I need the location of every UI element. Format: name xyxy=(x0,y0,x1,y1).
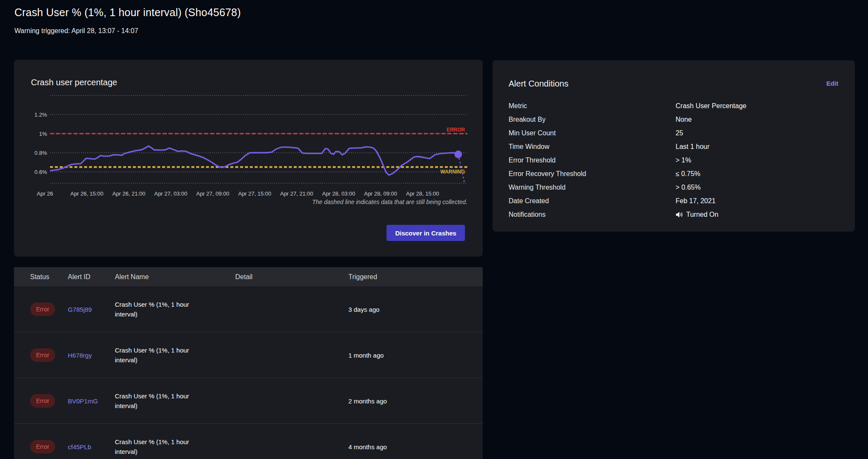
alert-triggered: 3 days ago xyxy=(348,305,379,313)
column-header-alert-id: Alert ID xyxy=(68,267,90,286)
condition-value: None xyxy=(676,116,692,123)
status-badge: Error xyxy=(30,348,55,362)
condition-value: ≤ 0.75% xyxy=(676,170,701,178)
condition-row: Time WindowLast 1 hour xyxy=(509,140,839,154)
chart-note: The dashed line indicates data that are … xyxy=(312,199,467,205)
y-axis-label: 1.2% xyxy=(34,112,47,118)
condition-label: Min User Count xyxy=(509,129,676,137)
status-badge: Error xyxy=(30,302,55,316)
condition-value: Crash User Percentage xyxy=(676,102,746,110)
x-axis-label: Apr 27, 15:00 xyxy=(238,190,271,197)
condition-row: Warning Threshold> 0.65% xyxy=(509,181,839,194)
alert-row: Error BV0P1mG Crash User % (1%, 1 hour i… xyxy=(14,378,483,424)
alert-id-link[interactable]: G785j89 xyxy=(68,305,92,313)
alert-triggered: 1 month ago xyxy=(348,351,384,358)
condition-row: Error Recovery Threshold≤ 0.75% xyxy=(509,167,839,181)
alert-name: Crash User % (1%, 1 hour interval) xyxy=(115,345,196,365)
condition-row: Date CreatedFeb 17, 2021 xyxy=(509,194,839,208)
condition-value: Turned On xyxy=(676,211,718,218)
x-axis-label: Apr 28, 03:00 xyxy=(322,190,355,197)
x-axis-label: Apr 27, 21:00 xyxy=(280,190,313,197)
condition-row: Error Threshold> 1% xyxy=(509,154,839,167)
alert-conditions-title: Alert Conditions xyxy=(509,79,568,89)
condition-value: Last 1 hour xyxy=(676,143,709,151)
alert-row: Error H678rgy Crash User % (1%, 1 hour i… xyxy=(14,332,483,378)
condition-label: Error Recovery Threshold xyxy=(509,170,676,178)
condition-row: MetricCrash User Percentage xyxy=(509,99,839,113)
status-badge: Error xyxy=(30,440,55,453)
alert-name: Crash User % (1%, 1 hour interval) xyxy=(115,391,196,411)
edit-link[interactable]: Edit xyxy=(826,80,838,87)
alert-conditions-list: MetricCrash User Percentage Breakout ByN… xyxy=(509,99,839,221)
column-header-detail: Detail xyxy=(235,267,253,286)
column-header-alert-name: Alert Name xyxy=(115,267,149,286)
y-axis-label: 0.6% xyxy=(34,169,47,175)
condition-label: Warning Threshold xyxy=(509,184,676,191)
x-axis-label: Apr 27, 03:00 xyxy=(154,190,187,197)
y-axis-label: 1% xyxy=(39,131,47,137)
chart-title: Crash user percentage xyxy=(31,78,117,87)
condition-label: Time Window xyxy=(509,143,676,151)
alert-id-link[interactable]: BV0P1mG xyxy=(68,397,98,404)
crash-series-line xyxy=(50,146,458,175)
discover-in-crashes-button[interactable]: Discover in Crashes xyxy=(387,225,465,241)
condition-row: Notifications Turned On xyxy=(509,208,839,221)
alert-row: Error G785j89 Crash User % (1%, 1 hour i… xyxy=(14,286,483,332)
condition-row: Breakout ByNone xyxy=(509,113,839,126)
condition-label: Date Created xyxy=(509,197,676,205)
condition-value: Feb 17, 2021 xyxy=(676,197,715,205)
condition-value: > 1% xyxy=(676,157,691,164)
x-axis-label: Apr 26, 21:00 xyxy=(112,190,145,197)
latest-point-dot xyxy=(454,151,462,158)
x-axis-label: Apr 28, 09:00 xyxy=(364,190,397,197)
y-axis-label: 0.8% xyxy=(34,150,47,156)
alerts-table: Status Alert ID Alert Name Detail Trigge… xyxy=(14,267,483,459)
condition-label: Breakout By xyxy=(509,116,676,123)
column-header-status: Status xyxy=(30,267,49,286)
x-axis-label: Apr 28, 15:00 xyxy=(406,190,439,197)
alert-name: Crash User % (1%, 1 hour interval) xyxy=(115,437,196,456)
alert-triggered: 2 months ago xyxy=(348,397,387,404)
column-header-triggered: Triggered xyxy=(348,267,377,286)
x-axis-label: Apr 26, 15:00 xyxy=(70,190,103,197)
page-title: Crash User % (1%, 1 hour interval) (Sho4… xyxy=(14,6,241,19)
warning-triggered-subtitle: Warning triggered: April 28, 13:07 - 14:… xyxy=(14,27,138,35)
alert-name: Crash User % (1%, 1 hour interval) xyxy=(115,299,196,319)
error-threshold-label: ERROR xyxy=(447,127,465,133)
alert-conditions-panel: Alert Conditions Edit MetricCrash User P… xyxy=(492,60,855,232)
condition-label: Error Threshold xyxy=(509,157,676,164)
x-axis-label: Apr 26 xyxy=(37,190,53,197)
status-badge: Error xyxy=(30,394,55,408)
condition-label: Notifications xyxy=(509,211,676,218)
condition-value: 25 xyxy=(676,129,683,137)
alert-row: Error cf45PLb Crash User % (1%, 1 hour i… xyxy=(14,424,483,459)
speaker-icon xyxy=(676,211,683,218)
condition-row: Min User Count25 xyxy=(509,126,839,140)
alerts-table-header: Status Alert ID Alert Name Detail Trigge… xyxy=(14,267,483,286)
alert-id-link[interactable]: cf45PLb xyxy=(68,443,91,450)
condition-value: > 0.65% xyxy=(676,184,701,191)
alert-triggered: 4 months ago xyxy=(348,443,387,450)
condition-label: Metric xyxy=(509,102,676,110)
x-axis-label: Apr 27, 09:00 xyxy=(196,190,229,197)
crash-chart-panel: 1.2%1%0.8%0.6%Apr 26Apr 26, 15:00Apr 26,… xyxy=(14,60,483,257)
alert-id-link[interactable]: H678rgy xyxy=(68,351,92,358)
